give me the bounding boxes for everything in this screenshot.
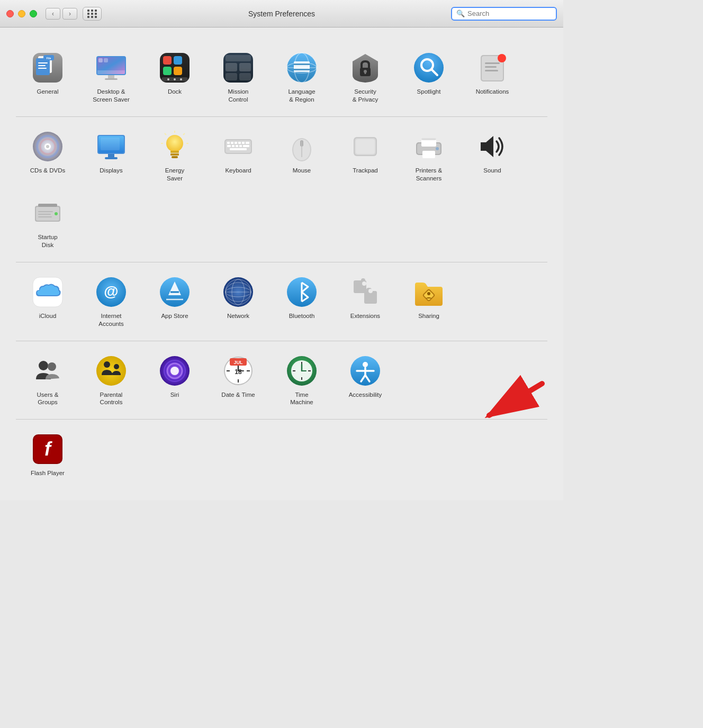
svg-point-22 [174,78,176,80]
pref-item-extensions[interactable]: Extensions [334,271,397,332]
minimize-button[interactable] [18,10,25,17]
nav-buttons: ‹ › [46,8,77,20]
pref-item-network[interactable]: Network [206,271,270,332]
mouse-label: Mouse [293,167,311,175]
pref-item-language[interactable]: Language& Region [270,47,334,108]
flash-player-label: Flash Player [31,469,65,477]
svg-point-128 [104,361,110,368]
pref-item-siri[interactable]: Siri [143,350,206,411]
pref-item-users-groups[interactable]: Users &Groups [16,350,79,411]
internet-accounts-icon: @ [94,275,128,309]
pref-item-cds-dvds[interactable]: CDs & DVDs [16,125,79,187]
language-label: Language& Region [288,88,315,104]
traffic-lights [6,10,37,17]
bluetooth-label: Bluetooth [289,312,315,320]
pref-item-app-store[interactable]: App Store [143,271,206,332]
forward-button[interactable]: › [62,8,77,20]
time-machine-icon [285,354,319,388]
search-input[interactable] [467,10,552,17]
svg-point-121 [362,281,366,286]
svg-point-95 [436,147,439,150]
svg-rect-48 [485,70,498,71]
pref-item-notifications[interactable]: Notifications [461,47,524,108]
svg-rect-11 [105,78,118,80]
pref-item-bluetooth[interactable]: Bluetooth [270,271,334,332]
pref-item-mission-control[interactable]: MissionControl [206,47,270,108]
security-label: Security& Privacy [353,88,378,104]
pref-item-spotlight[interactable]: Spotlight [397,47,461,108]
extensions-icon [348,275,382,309]
titlebar: ‹ › System Preferences 🔍 [0,0,563,28]
pref-item-date-time[interactable]: JUL 18 Date & Time [206,350,270,411]
section-system: Users &Groups [16,341,547,420]
svg-rect-13 [98,58,103,62]
svg-rect-27 [239,63,251,71]
pref-grid-personal: File General [16,47,547,108]
svg-rect-73 [235,142,237,144]
svg-point-125 [39,361,48,370]
sound-icon [475,130,509,163]
pref-grid-hardware: CDs & DVDs [16,125,547,253]
dock-label: Dock [168,88,182,96]
users-groups-icon [31,354,65,388]
svg-rect-101 [38,214,51,215]
pref-item-icloud[interactable]: iCloud [16,271,79,332]
svg-rect-14 [104,58,108,62]
network-label: Network [227,312,249,320]
sound-label: Sound [483,167,501,175]
pref-item-flash-player[interactable]: f Flash Player [16,428,79,481]
pref-item-dock[interactable]: Dock [143,47,206,108]
grid-view-button[interactable] [83,7,102,21]
svg-line-67 [165,133,166,135]
printers-label: Printers &Scanners [416,167,443,183]
language-icon [285,51,319,85]
displays-label: Displays [100,167,122,175]
pref-item-time-machine[interactable]: TimeMachine [270,350,334,411]
spotlight-label: Spotlight [417,88,441,96]
keyboard-icon [221,130,255,163]
svg-text:@: @ [104,283,118,299]
cds-dvds-label: CDs & DVDs [30,167,65,175]
pref-item-security[interactable]: Security& Privacy [334,47,397,108]
pref-item-sharing[interactable]: Sharing [397,271,461,332]
svg-rect-47 [485,66,497,68]
energy-saver-icon [158,130,192,163]
svg-text:18: 18 [235,368,242,376]
svg-point-129 [114,364,119,369]
displays-icon [94,130,128,163]
pref-item-energy-saver[interactable]: EnergySaver [143,125,206,187]
internet-accounts-label: InternetAccounts [98,312,123,328]
close-button[interactable] [6,10,14,17]
pref-item-sound[interactable]: Sound [461,125,524,187]
pref-item-desktop[interactable]: Desktop &Screen Saver [79,47,143,108]
content-area: File General [0,28,563,501]
svg-rect-5 [38,68,47,69]
pref-item-printers[interactable]: Printers &Scanners [397,125,461,187]
svg-rect-82 [230,148,247,150]
search-box[interactable]: 🔍 [451,7,557,21]
svg-point-21 [167,78,169,80]
svg-point-122 [368,289,373,293]
dock-icon [158,51,192,85]
pref-item-internet-accounts[interactable]: @ InternetAccounts [79,271,143,332]
extensions-label: Extensions [350,312,380,320]
pref-item-parental-controls[interactable]: ParentalControls [79,350,143,411]
pref-item-keyboard[interactable]: Keyboard [206,125,270,187]
maximize-button[interactable] [30,10,37,17]
trackpad-icon [348,130,382,163]
pref-item-general[interactable]: File General [16,47,79,108]
pref-item-accessibility[interactable]: Accessibility [334,350,397,411]
pref-item-startup-disk[interactable]: StartupDisk [16,192,79,253]
svg-point-23 [180,78,182,80]
pref-item-displays[interactable]: Displays [79,125,143,187]
svg-rect-17 [174,56,182,65]
svg-rect-93 [421,138,436,140]
svg-rect-79 [236,145,238,147]
svg-point-60 [166,135,183,152]
pref-item-mouse[interactable]: Mouse [270,125,334,187]
pref-item-trackpad[interactable]: Trackpad [334,125,397,187]
svg-text:File: File [47,57,51,60]
back-button[interactable]: ‹ [46,8,60,20]
svg-rect-98 [38,204,57,207]
svg-rect-2 [36,58,50,75]
